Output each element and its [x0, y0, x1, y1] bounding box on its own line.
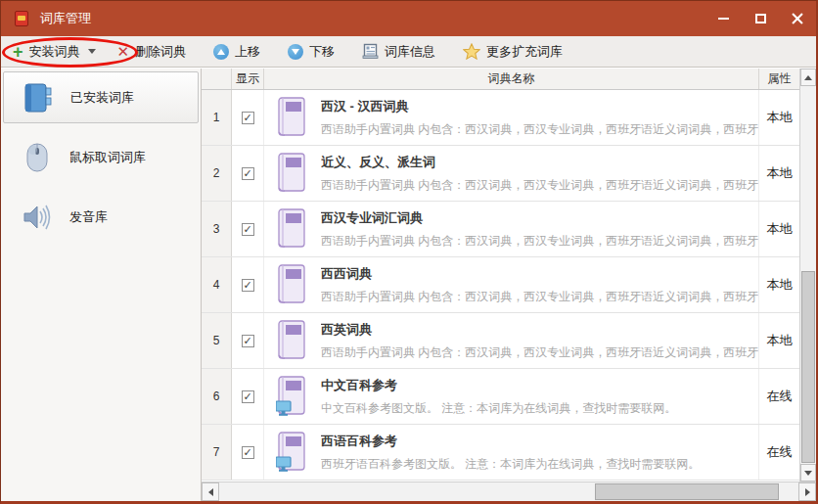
- dictionary-text: 近义、反义、派生词 西语助手内置词典 内包含：西汉词典，西汉专业词典，西班牙语近…: [321, 154, 758, 194]
- row-number: 3: [202, 202, 232, 256]
- attribute-cell: 本地: [759, 146, 799, 201]
- header-dictionary-name: 词典名称: [264, 69, 759, 89]
- dictionary-book-icon: [276, 432, 307, 473]
- name-cell: 西汉专业词汇词典 西语助手内置词典 内包含：西汉词典，西汉专业词典，西班牙语近义…: [264, 202, 759, 256]
- dictionary-book-icon: [276, 153, 307, 194]
- dictionary-title: 西语百科参考: [321, 433, 700, 450]
- show-checkbox[interactable]: [242, 335, 254, 347]
- table-row[interactable]: 1: [202, 90, 799, 146]
- sidebar-item-pronunciation-library[interactable]: 发音库: [3, 191, 199, 243]
- dictionary-text: 西英词典 西语助手内置词典 内包含：西汉词典，西汉专业词典，西班牙语近义词词典，…: [321, 321, 758, 361]
- plus-icon: +: [13, 43, 23, 61]
- table-row[interactable]: 5: [202, 313, 799, 369]
- row-number: 1: [202, 90, 232, 145]
- chevron-down-icon[interactable]: [88, 49, 96, 54]
- table-body: 1: [202, 90, 799, 481]
- star-icon: [463, 43, 480, 60]
- show-checkbox[interactable]: [242, 167, 254, 180]
- toolbar: + 安装词典 ✕ 删除词典 上移 下移 词库信息: [1, 36, 816, 68]
- row-number: 4: [202, 257, 232, 312]
- app-book-icon: [13, 10, 30, 27]
- scroll-down-button[interactable]: [800, 464, 816, 481]
- minimize-icon: [718, 18, 729, 20]
- title-bar: 词库管理: [1, 1, 816, 36]
- triangle-right-icon: [805, 488, 810, 496]
- attribute-cell: 在线: [759, 425, 799, 480]
- maximize-button[interactable]: [742, 1, 779, 36]
- header-show: 显示: [232, 69, 264, 89]
- header-row-number: [202, 69, 232, 89]
- dictionary-description: 西语助手内置词典 内包含：西汉词典，西汉专业词典，西班牙语近义词词典，西班牙: [321, 233, 758, 250]
- vertical-scrollbar[interactable]: [799, 69, 816, 481]
- horizontal-scroll-thumb[interactable]: [595, 483, 779, 500]
- sidebar: 已安装词库 鼠标取词词库 发音库: [1, 69, 202, 501]
- row-number: 2: [202, 146, 232, 201]
- more-dictionaries-button[interactable]: 更多扩充词库: [457, 39, 568, 65]
- dictionary-text: 西汉专业词汇词典 西语助手内置词典 内包含：西汉词典，西汉专业词典，西班牙语近义…: [321, 209, 758, 250]
- down-circle-icon: [288, 44, 303, 60]
- attribute-cell: 在线: [759, 369, 799, 424]
- name-cell: 西语百科参考 西班牙语百科参考图文版。 注意：本词库为在线词典，查找时需要联网。: [264, 425, 759, 480]
- dictionary-description: 中文百科参考图文版。 注意：本词库为在线词典，查找时需要联网。: [321, 400, 676, 417]
- scroll-right-button[interactable]: [798, 482, 816, 501]
- install-dictionary-label: 安装词典: [29, 43, 80, 61]
- dictionary-description: 西语助手内置词典 内包含：西汉词典，西汉专业词典，西班牙语近义词词典，西班牙: [321, 344, 758, 361]
- show-checkbox[interactable]: [242, 112, 254, 124]
- table-header: 显示 词典名称 属性: [202, 69, 799, 90]
- attribute-cell: 本地: [759, 257, 799, 312]
- dictionary-title: 中文百科参考: [321, 377, 676, 394]
- attribute-cell: 本地: [759, 202, 799, 256]
- dictionary-book-icon: [276, 376, 307, 417]
- dictionary-title: 西英词典: [321, 321, 758, 339]
- table-row[interactable]: 4: [202, 257, 799, 313]
- dictionary-text: 中文百科参考 中文百科参考图文版。 注意：本词库为在线词典，查找时需要联网。: [321, 377, 676, 417]
- move-down-label: 下移: [309, 43, 335, 61]
- table-row[interactable]: 3: [202, 202, 799, 257]
- attribute-cell: 本地: [759, 90, 799, 145]
- row-number: 5: [202, 313, 232, 368]
- up-circle-icon: [213, 44, 229, 60]
- horizontal-scrollbar[interactable]: [202, 481, 816, 501]
- sidebar-item-mouse-capture-dictionaries[interactable]: 鼠标取词词库: [3, 131, 199, 183]
- dictionary-info-label: 词库信息: [385, 43, 435, 61]
- name-cell: 西英词典 西语助手内置词典 内包含：西汉词典，西汉专业词典，西班牙语近义词词典，…: [264, 313, 759, 368]
- dictionary-book-icon: [276, 264, 307, 305]
- row-number: 6: [202, 369, 232, 424]
- show-cell: [232, 257, 264, 312]
- scroll-up-button[interactable]: [800, 69, 816, 86]
- table-row[interactable]: 2: [202, 146, 799, 202]
- dictionary-title: 西西词典: [321, 265, 758, 283]
- dictionary-description: 西语助手内置词典 内包含：西汉词典，西汉专业词典，西班牙语近义词词典，西班牙: [321, 289, 758, 305]
- dictionary-title: 西汉专业词汇词典: [321, 209, 758, 227]
- dictionary-info-button[interactable]: 词库信息: [356, 39, 441, 65]
- scroll-left-button[interactable]: [202, 482, 219, 501]
- dictionary-table: 显示 词典名称 属性 1: [202, 69, 816, 501]
- show-checkbox[interactable]: [242, 279, 254, 292]
- show-checkbox[interactable]: [242, 446, 254, 459]
- table-row[interactable]: 6: [202, 369, 799, 425]
- move-up-button[interactable]: 上移: [207, 39, 266, 65]
- maximize-icon: [755, 14, 766, 23]
- book-icon: [22, 81, 55, 115]
- move-down-button[interactable]: 下移: [282, 39, 341, 65]
- show-checkbox[interactable]: [242, 390, 254, 403]
- close-button[interactable]: [779, 1, 816, 36]
- show-checkbox[interactable]: [242, 223, 254, 236]
- move-up-label: 上移: [235, 43, 260, 61]
- dictionary-description: 西语助手内置词典 内包含：西汉词典，西汉专业词典，西班牙语近义词词典，西班牙: [321, 177, 758, 194]
- vertical-scroll-thumb[interactable]: [801, 271, 815, 463]
- dictionary-description: 西语助手内置词典 内包含：西汉词典，西汉专业词典，西班牙语近义词词典，西班牙: [321, 121, 758, 138]
- sidebar-item-label: 鼠标取词词库: [69, 149, 146, 166]
- install-dictionary-button[interactable]: + 安装词典: [7, 39, 102, 65]
- sidebar-item-label: 发音库: [69, 208, 108, 226]
- dictionary-book-icon: [276, 320, 307, 361]
- attribute-cell: 本地: [759, 313, 799, 368]
- delete-dictionary-button[interactable]: ✕ 删除词典: [112, 39, 193, 65]
- dictionary-title: 近义、反义、派生词: [321, 154, 758, 171]
- sidebar-item-installed-dictionaries[interactable]: 已安装词库: [3, 71, 199, 123]
- table-row[interactable]: 7: [202, 425, 799, 481]
- minimize-button[interactable]: [704, 1, 742, 36]
- dictionary-text: 西西词典 西语助手内置词典 内包含：西汉词典，西汉专业词典，西班牙语近义词词典，…: [321, 265, 758, 305]
- speaker-icon: [21, 201, 54, 234]
- dictionary-manager-window: 词库管理 + 安装词典 ✕ 删除词典 上移 下移: [0, 0, 818, 504]
